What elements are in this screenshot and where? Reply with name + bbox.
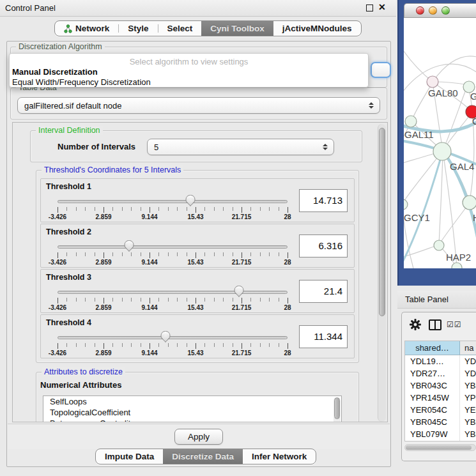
dropdown-placeholder: Select algorithm to view settings xyxy=(10,57,368,66)
threshold-4-slider[interactable]: -3.4262.8599.14415.4321.71528 xyxy=(58,330,288,357)
list-item[interactable]: BetweennessCentrality xyxy=(43,418,341,422)
tab-select[interactable]: Select xyxy=(158,21,202,36)
slider-thumb[interactable] xyxy=(161,330,171,343)
node-GAL80[interactable] xyxy=(427,76,438,88)
node-HAP2[interactable] xyxy=(434,240,444,250)
table-row[interactable]: YLR345WYLR3 xyxy=(405,440,476,441)
table-row[interactable]: YPR145WYPR1 xyxy=(405,392,476,404)
slider-track[interactable] xyxy=(58,291,288,294)
node-H[interactable] xyxy=(463,196,476,210)
control-panel-titlebar: Control Panel ✕ xyxy=(0,0,396,17)
select-columns-icon[interactable]: ☑☑ xyxy=(447,320,462,329)
num-intervals-value: 5 xyxy=(154,142,158,152)
threshold-2-slider[interactable]: -3.4262.8599.14415.4321.71528 xyxy=(58,240,288,266)
algorithm-dropdown-popup: Select algorithm to view settings Manual… xyxy=(9,53,369,88)
minimize-traffic-light[interactable] xyxy=(429,6,437,15)
node-partial-bottom[interactable] xyxy=(452,263,462,268)
num-intervals-label: Number of Intervals xyxy=(58,142,135,151)
network-canvas[interactable]: GAL80 GA C GAL11 GAL4 GCY1 H HAP2 xyxy=(404,18,476,268)
dropdown-option-equal-width-frequency[interactable]: Equal Width/Frequency Discretization xyxy=(12,77,151,87)
list-scrollbar[interactable] xyxy=(334,397,341,422)
float-panel-icon[interactable] xyxy=(366,4,373,12)
node-label: GAL4 xyxy=(450,161,474,172)
tab-discretize-data[interactable]: Discretize Data xyxy=(163,449,243,464)
table-row[interactable]: YDR27…YDR2 xyxy=(405,367,476,380)
network-window-titlebar[interactable] xyxy=(404,3,476,18)
group-title: Interval Definition xyxy=(36,126,103,135)
table-panel: ☑☑ shared… na YDL19…YDL1 YDR27…YDR2 YBR0… xyxy=(401,312,476,461)
screen: Control Panel ✕ Network Style xyxy=(0,0,476,476)
list-item[interactable]: TopologicalCoefficient xyxy=(43,407,341,418)
table-data-combobox[interactable]: galFiltered.sif default node xyxy=(17,97,380,114)
tab-label: Select xyxy=(167,24,193,33)
threshold-1-slider[interactable]: -3.4262.8599.14415.4321.71528 xyxy=(58,194,288,221)
threshold-label: Threshold 3 xyxy=(46,273,91,282)
tab-label: Style xyxy=(128,24,148,33)
node-label: GA xyxy=(470,91,476,102)
major-ticks xyxy=(58,343,288,349)
tab-label: Impute Data xyxy=(105,452,154,461)
scrollbar-thumb[interactable] xyxy=(406,445,472,450)
interval-definition-group: Interval Definition Number of Intervals … xyxy=(30,130,362,162)
list-item[interactable]: SelfLoops xyxy=(43,396,341,407)
gear-icon[interactable] xyxy=(410,319,421,333)
threshold-2-panel: Threshold 2 -3.4262.8599.14415.4321.7152… xyxy=(40,224,355,268)
table-data-value: galFiltered.sif default node xyxy=(24,101,121,111)
apply-button[interactable]: Apply xyxy=(174,429,223,445)
thresholds-group: Threshold's Coordinates for 5 Intervals … xyxy=(36,170,359,363)
threshold-value-field[interactable]: 11.344 xyxy=(299,325,348,348)
column-header-name[interactable]: na xyxy=(460,341,476,355)
slider-track[interactable] xyxy=(58,245,288,249)
slider-track[interactable] xyxy=(58,336,288,339)
attributes-group: Attributes to discretize Numerical Attri… xyxy=(36,372,359,422)
node-GAL4[interactable] xyxy=(433,142,451,160)
algorithm-combobox[interactable] xyxy=(371,62,391,78)
dropdown-option-manual-discretization[interactable]: Manual Discretization xyxy=(12,67,98,77)
column-header-shared-name[interactable]: shared… xyxy=(405,341,460,355)
slider-track[interactable] xyxy=(58,200,288,203)
table-horizontal-scrollbar[interactable] xyxy=(404,444,476,451)
threshold-1-panel: Threshold 1 -3.4262.8599.14415.4321.7152… xyxy=(40,178,355,222)
threshold-value-field[interactable]: 14.713 xyxy=(299,189,348,212)
threshold-4-panel: Threshold 4 -3.4262.8599.14415.4321.7152… xyxy=(40,314,355,358)
threshold-value-field[interactable]: 21.4 xyxy=(299,280,348,303)
scrollbar-thumb[interactable] xyxy=(379,128,385,316)
table-row[interactable]: YDL19…YDL1 xyxy=(405,355,476,367)
slider-thumb[interactable] xyxy=(185,194,195,207)
table-row[interactable]: YBL079WYBL0 xyxy=(405,428,476,440)
table-row[interactable]: YER054CYER0 xyxy=(405,404,476,416)
node-GAL11[interactable] xyxy=(405,116,417,127)
panel-title: Control Panel xyxy=(5,3,56,13)
tab-cyni-toolbox[interactable]: Cyni Toolbox xyxy=(201,21,273,36)
num-intervals-combobox[interactable]: 5 xyxy=(147,139,334,155)
scrollbar-thumb[interactable] xyxy=(334,397,340,419)
threshold-value-field[interactable]: 6.316 xyxy=(299,234,348,257)
slider-thumb[interactable] xyxy=(234,285,244,298)
table-header-row: shared… na xyxy=(405,341,476,355)
node-label: GAL80 xyxy=(428,88,458,98)
tab-jactivemnodules[interactable]: jActiveMNodules xyxy=(273,21,361,36)
threshold-3-slider[interactable]: -3.4262.8599.14415.4321.71528 xyxy=(58,285,288,312)
tab-infer-network[interactable]: Infer Network xyxy=(243,449,316,464)
table-row[interactable]: YBR045CYBR0 xyxy=(405,416,476,428)
slider-thumb[interactable] xyxy=(124,240,134,252)
close-icon[interactable]: ✕ xyxy=(378,2,386,12)
node-label: HAP2 xyxy=(446,252,471,263)
tab-network[interactable]: Network xyxy=(55,21,118,36)
tab-label: Network xyxy=(75,24,109,33)
zoom-traffic-light[interactable] xyxy=(441,6,450,15)
threshold-label: Threshold 4 xyxy=(46,318,91,327)
numerical-attributes-list[interactable]: SelfLoops TopologicalCoefficient Between… xyxy=(43,395,342,422)
apply-row: Apply xyxy=(8,424,390,449)
group-title: Attributes to discretize xyxy=(42,367,125,376)
close-traffic-light[interactable] xyxy=(416,6,424,15)
tab-impute-data[interactable]: Impute Data xyxy=(96,449,163,464)
bottom-tab-bar: Impute Data Discretize Data Infer Networ… xyxy=(95,449,316,464)
tab-style[interactable]: Style xyxy=(119,21,157,36)
panel-scrollbar[interactable] xyxy=(378,124,386,422)
node-GCY1[interactable] xyxy=(404,199,408,210)
tick-labels: -3.4262.8599.14415.4321.71528 xyxy=(58,349,288,357)
table-row[interactable]: YBR043CYBR0 xyxy=(405,380,476,392)
split-view-icon[interactable] xyxy=(429,319,441,330)
spinner-arrows-icon xyxy=(369,102,374,109)
